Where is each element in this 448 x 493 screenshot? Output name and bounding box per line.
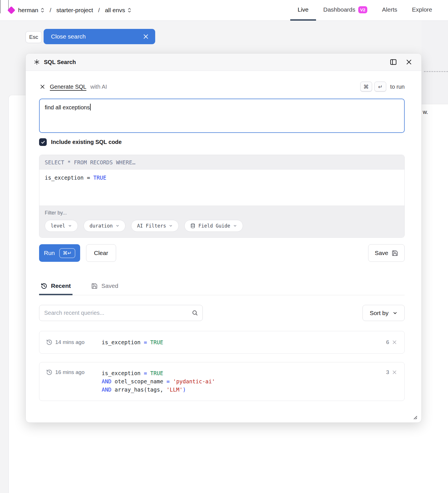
floppy-save-icon <box>392 250 398 256</box>
v2-badge: V2 <box>358 6 367 13</box>
modal-header: SQL Search <box>26 54 421 71</box>
include-sql-label[interactable]: Include existing SQL code <box>51 139 122 145</box>
nav-label: Dashboards <box>323 6 355 13</box>
sql-search-modal: SQL Search Generate SQL with AI ⌘ ↵ to r… <box>25 53 422 423</box>
chip-label: Field Guide <box>198 223 230 229</box>
tab-recent[interactable]: Recent <box>39 282 72 295</box>
modal-body: Generate SQL with AI ⌘ ↵ to run find all… <box>26 71 421 401</box>
filter-chip-duration[interactable]: duration <box>84 220 125 232</box>
sort-by-button[interactable]: Sort by <box>362 305 405 321</box>
close-icon <box>143 33 149 40</box>
cmd-keycap: ⌘ <box>360 82 372 92</box>
nav-label: Alerts <box>382 6 397 13</box>
env-selector[interactable]: all envs <box>105 7 131 14</box>
side-panel-toggle-button[interactable] <box>389 57 398 67</box>
breadcrumb: herman / starter-project / all envs <box>0 7 131 14</box>
background-right-strip <box>422 21 448 104</box>
background-tick-line <box>8 0 9 9</box>
query-time-text: 14 mins ago <box>55 339 85 345</box>
project-selector[interactable]: starter-project <box>56 7 93 14</box>
sql-editor-footer: Filter by... level duration AI Filters <box>39 205 404 237</box>
chip-label: AI Filters <box>137 223 166 229</box>
nav-tab-dashboards[interactable]: Dashboards V2 <box>316 0 375 21</box>
chevron-down-icon <box>169 224 173 228</box>
close-search-label: Close search <box>51 33 143 40</box>
org-name: herman <box>18 7 38 14</box>
dismiss-generate-button[interactable] <box>39 83 46 90</box>
recent-query-card[interactable]: 14 mins ago is_exception = TRUE 6 <box>39 331 405 354</box>
tab-label: Saved <box>101 282 118 289</box>
close-icon <box>40 84 45 90</box>
org-selector[interactable]: herman <box>18 7 44 14</box>
project-name: starter-project <box>56 7 93 14</box>
history-icon <box>46 369 52 375</box>
query-run-count: 3 <box>386 369 389 375</box>
enter-keycap: ↵ <box>374 82 386 92</box>
include-sql-row: Include existing SQL code <box>39 138 405 146</box>
generate-sql-row: Generate SQL with AI ⌘ ↵ to run <box>39 82 405 92</box>
run-button[interactable]: Run ⌘↵ <box>39 244 80 262</box>
query-time-text: 16 mins ago <box>55 369 85 375</box>
delete-query-button[interactable] <box>391 369 398 375</box>
filter-chip-ai-filters[interactable]: AI Filters <box>131 220 179 232</box>
recent-search-row: Sort by <box>39 305 405 321</box>
top-bar: herman / starter-project / all envs Live… <box>0 0 448 21</box>
recent-query-card[interactable]: 16 mins ago is_exception = TRUEAND otel_… <box>39 362 405 401</box>
background-partial-text: w. <box>423 109 428 115</box>
nav-tab-explore[interactable]: Explore <box>405 0 440 21</box>
to-run-label: to run <box>390 84 405 90</box>
chevron-down-icon <box>392 311 398 316</box>
query-timestamp: 16 mins ago <box>46 369 102 375</box>
search-icon <box>192 310 198 316</box>
filter-chip-field-guide[interactable]: Field Guide <box>184 220 243 232</box>
floppy-save-icon <box>91 283 98 289</box>
sql-editor-placeholder: SELECT * FROM RECORDS WHERE… <box>39 155 404 170</box>
sparkle-asterisk-icon <box>34 59 40 65</box>
background-tick-line <box>0 0 1 13</box>
background-dashed-divider <box>424 71 448 72</box>
breadcrumb-separator: / <box>48 7 52 14</box>
generate-sql-link[interactable]: Generate SQL <box>50 84 86 90</box>
nav-tab-alerts[interactable]: Alerts <box>375 0 405 21</box>
filter-by-label: Filter by... <box>45 210 399 216</box>
close-icon <box>392 340 397 345</box>
sort-by-label: Sort by <box>370 310 389 316</box>
generate-sql-suffix: with AI <box>90 84 107 90</box>
history-icon <box>41 283 47 289</box>
panel-layout-icon <box>390 58 397 66</box>
text-caret <box>90 104 91 110</box>
breadcrumb-separator: / <box>97 7 101 14</box>
resize-handle[interactable] <box>412 415 417 420</box>
esc-key-button[interactable]: Esc <box>25 31 42 43</box>
clear-button[interactable]: Clear <box>86 244 116 262</box>
chevron-updown-icon <box>40 8 44 13</box>
modal-close-button[interactable] <box>404 58 413 67</box>
tab-saved[interactable]: Saved <box>89 282 120 295</box>
close-search-button[interactable]: Close search <box>44 29 155 44</box>
query-run-count: 6 <box>386 339 389 345</box>
chevron-down-icon <box>68 224 72 228</box>
sql-editor-code[interactable]: is_exception = TRUE <box>39 170 404 205</box>
close-icon <box>392 370 397 375</box>
sql-editor: SELECT * FROM RECORDS WHERE… is_exceptio… <box>39 155 405 238</box>
modal-title: SQL Search <box>44 59 76 65</box>
delete-query-button[interactable] <box>391 339 398 345</box>
nav-label: Explore <box>412 6 432 13</box>
chevron-down-icon <box>116 224 120 228</box>
run-shortcut-badge: ⌘↵ <box>59 248 75 258</box>
ai-prompt-input[interactable]: find all exceptions <box>39 99 405 133</box>
save-label: Save <box>375 250 388 256</box>
filter-chip-level[interactable]: level <box>45 220 78 232</box>
run-label: Run <box>44 250 55 256</box>
save-button[interactable]: Save <box>368 244 405 262</box>
search-recent-input[interactable] <box>39 305 203 321</box>
close-icon <box>406 59 412 65</box>
main-nav: Live Dashboards V2 Alerts Explore <box>290 0 440 21</box>
query-timestamp: 14 mins ago <box>46 339 102 345</box>
nav-label: Live <box>298 6 309 13</box>
nav-tab-live[interactable]: Live <box>290 0 316 21</box>
check-icon <box>41 140 45 144</box>
chip-label: duration <box>89 223 113 229</box>
include-sql-checkbox[interactable] <box>39 138 47 146</box>
env-name: all envs <box>105 7 125 14</box>
